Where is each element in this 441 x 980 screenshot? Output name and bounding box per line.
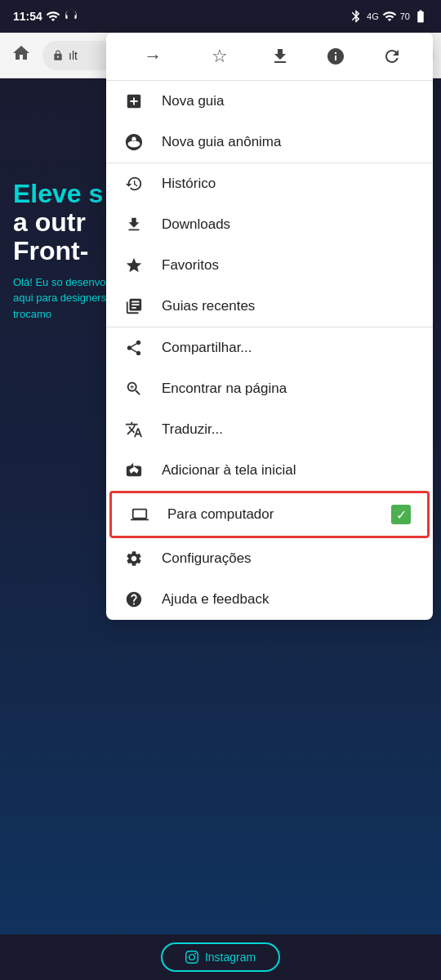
forward-button[interactable]: →: [137, 42, 168, 70]
downloads-label: Downloads: [162, 216, 416, 233]
translate-icon: [122, 421, 145, 439]
status-bar: 11:54 4G 70: [0, 0, 441, 33]
menu-item-guias-recentes[interactable]: Guias recentes: [106, 286, 433, 327]
favoritos-label: Favoritos: [162, 257, 416, 274]
nova-guia-anonima-label: Nova guia anônima: [162, 134, 416, 150]
compartilhar-label: Compartilhar...: [162, 340, 416, 356]
recent-tabs-icon: [122, 297, 145, 315]
download-toolbar-button[interactable]: [270, 47, 290, 66]
wifi-icon: [382, 9, 397, 24]
refresh-button[interactable]: [382, 47, 402, 66]
para-computador-label: Para computador: [167, 506, 375, 523]
dropdown-menu: → ☆ Nova guia Nova guia anônima Históric…: [106, 33, 433, 620]
instagram-label: Instagram: [205, 951, 256, 964]
bookmark-button[interactable]: ☆: [205, 42, 234, 70]
encontrar-label: Encontrar na página: [162, 381, 416, 397]
historico-label: Histórico: [162, 176, 416, 192]
instagram-icon: [185, 951, 198, 964]
home-button[interactable]: [7, 38, 36, 72]
menu-item-downloads[interactable]: Downloads: [106, 204, 433, 245]
menu-item-traduzir[interactable]: Traduzir...: [106, 409, 433, 450]
configuracoes-label: Configurações: [162, 550, 416, 567]
desktop-icon: [128, 506, 151, 523]
downloads-icon: [122, 216, 145, 234]
desktop-mode-checkbox[interactable]: ✓: [391, 505, 411, 524]
add-home-icon: [122, 461, 145, 479]
menu-item-ajuda[interactable]: Ajuda e feedback: [106, 579, 433, 620]
adicionar-tela-label: Adicionar à tela inicial: [162, 462, 416, 479]
menu-item-favoritos[interactable]: Favoritos: [106, 245, 433, 286]
instagram-button[interactable]: Instagram: [161, 942, 280, 972]
headphone-icon: [64, 9, 78, 24]
find-icon: [122, 380, 145, 398]
menu-item-nova-guia-anonima[interactable]: Nova guia anônima: [106, 122, 433, 163]
status-time: 11:54: [13, 9, 78, 24]
bluetooth-icon: [349, 9, 363, 24]
menu-item-adicionar-tela[interactable]: Adicionar à tela inicial: [106, 450, 433, 491]
share-icon: [122, 339, 145, 357]
menu-item-historico[interactable]: Histórico: [106, 163, 433, 204]
menu-item-para-computador[interactable]: Para computador ✓: [109, 491, 430, 538]
new-tab-icon: [122, 92, 145, 110]
ajuda-label: Ajuda e feedback: [162, 591, 416, 608]
traduzir-label: Traduzir...: [162, 421, 416, 438]
menu-item-compartilhar[interactable]: Compartilhar...: [106, 327, 433, 368]
incognito-icon: [122, 133, 145, 151]
lock-icon: [52, 50, 64, 61]
history-icon: [122, 175, 145, 193]
menu-toolbar: → ☆: [106, 33, 433, 81]
help-icon: [122, 590, 145, 608]
guias-recentes-label: Guias recentes: [162, 298, 416, 314]
bottom-bar: Instagram: [0, 934, 441, 980]
menu-item-encontrar[interactable]: Encontrar na página: [106, 368, 433, 409]
status-right: 4G 70: [349, 9, 428, 24]
star-icon: [122, 256, 145, 274]
signal-icon: [46, 9, 60, 24]
battery-icon: [413, 9, 428, 24]
address-text: ılt: [69, 49, 78, 62]
nova-guia-label: Nova guia: [162, 93, 416, 109]
menu-item-configuracoes[interactable]: Configurações: [106, 538, 433, 579]
settings-icon: [122, 550, 145, 568]
info-button[interactable]: [326, 47, 345, 66]
menu-item-nova-guia[interactable]: Nova guia: [106, 81, 433, 122]
